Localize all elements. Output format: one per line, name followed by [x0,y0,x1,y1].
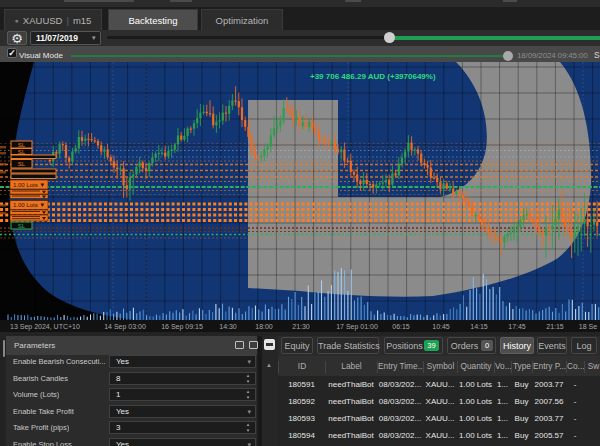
svg-text:18:00: 18:00 [255,323,273,330]
svg-text:17 Sep 01:00: 17 Sep 01:00 [336,323,378,331]
svg-text:SL: SL [18,142,26,148]
svg-text:14 Sep 03:00: 14 Sep 03:00 [104,323,146,331]
svg-text:SL: SL [18,149,26,155]
svg-text:+39 706 486.29 AUD (+3970649%): +39 706 486.29 AUD (+3970649%) [310,72,436,81]
svg-text:18 Se: 18 Se [579,323,597,330]
svg-text:06:15: 06:15 [392,323,410,330]
svg-text:14:30: 14:30 [219,323,237,330]
svg-text:21:30: 21:30 [292,323,310,330]
svg-text:21:15: 21:15 [546,323,564,330]
svg-text:16 Sep 09:15: 16 Sep 09:15 [161,323,203,331]
svg-text:1.00 Lots ▼: 1.00 Lots ▼ [13,202,45,208]
svg-text:17:45: 17:45 [508,323,526,330]
svg-text:14:15: 14:15 [470,323,488,330]
svg-text:1.00 Lots ▼: 1.00 Lots ▼ [13,182,45,188]
svg-text:13 Sep 2024, UTC+10: 13 Sep 2024, UTC+10 [10,323,80,331]
svg-text:SL: SL [18,223,26,229]
svg-text:SL: SL [18,161,26,167]
svg-text:10:45: 10:45 [432,323,450,330]
